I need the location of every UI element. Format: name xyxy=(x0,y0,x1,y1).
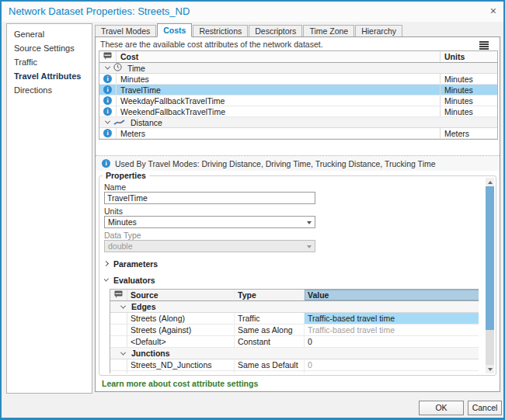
data-type-dropdown-value: double xyxy=(108,241,133,251)
evaluator-type: Constant xyxy=(235,336,305,347)
cost-row[interactable]: iMinutesMinutes xyxy=(99,74,497,85)
cost-row[interactable]: iWeekendFallbackTravelTimeMinutes xyxy=(99,106,497,117)
cost-name: Meters xyxy=(117,129,440,138)
evaluator-value: 0 xyxy=(305,371,479,373)
source-column-header: Source xyxy=(127,290,235,300)
costs-tab-panel: These are the available cost attributes … xyxy=(95,36,500,392)
cost-units: Minutes xyxy=(440,74,497,84)
properties-groupbox: Properties Name Units Minutes Data Type … xyxy=(99,175,496,376)
used-by-strip: i Used By Travel Modes: Driving Distance… xyxy=(96,155,500,171)
chevron-down-icon xyxy=(307,245,312,248)
tab-time-zone[interactable]: Time Zone xyxy=(303,25,354,36)
units-dropdown-value: Minutes xyxy=(108,217,137,227)
evaluator-row[interactable]: Streets (Against)Same as AlongTraffic-ba… xyxy=(110,325,479,336)
cost-units: Meters xyxy=(440,128,497,138)
units-label: Units xyxy=(104,207,479,216)
cost-name: WeekendFallbackTravelTime xyxy=(117,107,440,116)
close-icon[interactable]: × xyxy=(490,5,496,17)
sidebar-item-general[interactable]: General xyxy=(7,27,92,41)
evaluators-table: SourceTypeValueEdgesStreets (Along)Traff… xyxy=(110,289,479,373)
field-icon-cell xyxy=(99,51,117,62)
evaluator-value: Traffic-based travel time xyxy=(305,313,479,324)
cost-group-label: Distance xyxy=(131,118,162,127)
tab-restrictions[interactable]: Restrictions xyxy=(193,25,248,36)
cost-column-header: Cost xyxy=(117,52,440,61)
type-column-header: Type xyxy=(235,290,305,300)
info-icon: i xyxy=(103,129,112,137)
cancel-button[interactable]: Cancel xyxy=(468,401,502,415)
chevron-down-icon xyxy=(307,221,312,224)
evaluator-group-row[interactable]: Edges xyxy=(110,301,479,313)
evaluator-group-label: Junctions xyxy=(131,349,170,358)
evaluator-source: <Default> xyxy=(127,336,235,347)
evaluator-row[interactable]: <Default>Constant0 xyxy=(110,371,479,373)
tab-descriptors[interactable]: Descriptors xyxy=(249,25,302,36)
cost-row[interactable]: iMetersMeters xyxy=(99,128,497,139)
parameters-section-label: Parameters xyxy=(113,259,158,269)
evaluator-source: Streets (Along) xyxy=(127,313,235,324)
evaluator-type: Traffic xyxy=(235,313,305,324)
properties-legend: Properties xyxy=(103,171,149,180)
tab-hierarchy[interactable]: Hierarchy xyxy=(355,25,402,36)
sidebar-item-directions[interactable]: Directions xyxy=(7,83,92,97)
scroll-down-icon[interactable] xyxy=(486,365,494,373)
info-icon: i xyxy=(103,85,112,94)
units-column-header: Units xyxy=(440,51,497,62)
chevron-down-icon xyxy=(104,276,109,282)
evaluator-row[interactable]: <Default>Constant0 xyxy=(110,336,479,348)
sidebar: GeneralSource SettingsTrafficTravel Attr… xyxy=(6,23,92,394)
chevron-down-icon xyxy=(120,303,126,308)
field-icon xyxy=(103,52,112,61)
tab-bar: Travel ModesCostsRestrictionsDescriptors… xyxy=(95,23,500,36)
evaluator-group-row[interactable]: Junctions xyxy=(110,348,479,359)
network-dataset-properties-dialog: Network Dataset Properties: Streets_ND ×… xyxy=(0,0,505,420)
tab-travel-modes[interactable]: Travel Modes xyxy=(95,25,156,36)
evaluator-source: Streets_ND_Junctions xyxy=(127,359,235,370)
info-icon: i xyxy=(102,159,110,168)
field-icon-cell xyxy=(110,290,127,300)
dialog-title: Network Dataset Properties: Streets_ND xyxy=(9,5,190,17)
evaluator-row[interactable]: Streets_ND_JunctionsSame as Default0 xyxy=(110,359,479,371)
sidebar-item-source-settings[interactable]: Source Settings xyxy=(7,41,92,55)
units-dropdown[interactable]: Minutes xyxy=(104,216,315,228)
scrollbar-thumb[interactable] xyxy=(486,186,494,330)
info-icon: i xyxy=(103,75,112,83)
route-icon xyxy=(113,118,125,127)
cost-group-row[interactable]: Time xyxy=(99,63,497,74)
scroll-up-icon[interactable] xyxy=(486,178,494,186)
evaluator-source: Streets (Against) xyxy=(127,325,235,335)
ok-button[interactable]: OK xyxy=(419,401,464,415)
cost-units: Minutes xyxy=(440,95,497,106)
data-type-dropdown: double xyxy=(104,240,315,252)
chevron-down-icon xyxy=(120,349,126,355)
evaluators-section-label: Evaluators xyxy=(113,276,155,285)
sidebar-item-travel-attributes[interactable]: Travel Attributes xyxy=(7,69,92,83)
cost-name: WeekdayFallbackTravelTime xyxy=(117,96,440,106)
cost-row[interactable]: iTravelTimeMinutes xyxy=(99,85,497,95)
cost-name: Minutes xyxy=(117,75,440,84)
info-icon: i xyxy=(103,96,112,105)
used-by-text: Used By Travel Modes: Driving Distance, … xyxy=(115,159,436,168)
cost-units: Minutes xyxy=(440,106,497,116)
evaluators-section-header[interactable]: Evaluators xyxy=(104,275,479,285)
chevron-down-icon xyxy=(104,119,110,124)
cost-row[interactable]: iWeekdayFallbackTravelTimeMinutes xyxy=(99,95,497,106)
cost-group-row[interactable]: Distance xyxy=(99,117,497,128)
learn-more-link[interactable]: Learn more about cost attribute settings xyxy=(102,379,258,388)
cost-name: TravelTime xyxy=(117,85,440,95)
evaluator-value: 0 xyxy=(305,336,479,347)
chevron-down-icon xyxy=(104,64,110,70)
evaluators-table-header: SourceTypeValue xyxy=(110,290,479,301)
tab-costs[interactable]: Costs xyxy=(157,23,192,37)
evaluator-row[interactable]: Streets (Along)TrafficTraffic-based trav… xyxy=(110,313,479,325)
sidebar-item-traffic[interactable]: Traffic xyxy=(7,55,92,69)
parameters-section-header[interactable]: Parameters xyxy=(104,259,479,269)
evaluator-value-selected: Traffic-based travel time xyxy=(305,313,479,324)
name-input[interactable] xyxy=(104,192,315,204)
properties-scrollbar[interactable] xyxy=(486,178,494,373)
info-icon: i xyxy=(103,107,112,116)
hamburger-menu-icon[interactable] xyxy=(479,41,489,50)
clock-icon xyxy=(113,63,122,73)
evaluator-group-label: Edges xyxy=(131,302,156,311)
name-label: Name xyxy=(104,182,479,192)
